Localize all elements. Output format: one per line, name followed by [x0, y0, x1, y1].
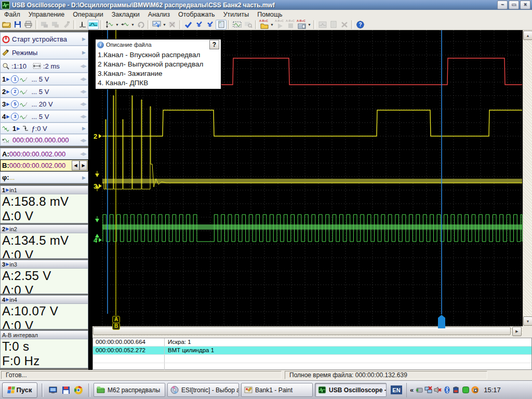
cursor-a-row[interactable]: A: 000:00:00.002.000 ◀▶: [0, 148, 88, 159]
zoom-vertical-icon[interactable]: [104, 20, 115, 30]
channel-steppers-icon[interactable]: ◀▶: [80, 76, 86, 82]
horizontal-scroll-thumb[interactable]: [93, 327, 511, 335]
inspect-region-icon[interactable]: [243, 20, 254, 30]
start-device-button[interactable]: Старт устройства ▶: [0, 32, 88, 46]
apply-check-all-icon[interactable]: [205, 20, 216, 30]
menu-operations[interactable]: Операции: [69, 10, 107, 19]
menu-utilities[interactable]: Утилиты: [219, 10, 254, 19]
time-offset-row[interactable]: 000:00:00.000.000 ◀▶: [0, 134, 88, 146]
print-icon[interactable]: [23, 20, 34, 30]
channel-1-row[interactable]: 1▶ 1 ... 5 V ◀▶: [0, 73, 88, 85]
task-usb-oscilloscope[interactable]: USB Oscilloscope - ...: [315, 383, 387, 397]
save-shortcut-icon[interactable]: [61, 385, 71, 395]
cursor-a-steppers-icon[interactable]: ◀▶: [80, 151, 86, 156]
save-file-icon[interactable]: [12, 20, 23, 30]
result-waveform-icon[interactable]: [317, 20, 328, 30]
safely-remove-icon[interactable]: [415, 386, 423, 394]
task-paint[interactable]: Bank1 - Paint: [241, 383, 313, 397]
taskbar: Пуск М62 распредвалы ESI[tronic] - Выбор…: [0, 380, 532, 399]
task-esitronic[interactable]: ESI[tronic] - Выбор а...: [167, 383, 239, 397]
scope-column: 234 i Описание файла ? 1.Канал - Впускно…: [92, 30, 532, 370]
phase-row[interactable]: φ: ... ▶: [0, 171, 88, 183]
menu-help[interactable]: Помощь: [253, 10, 286, 19]
start-button[interactable]: Пуск: [2, 382, 37, 398]
bookmark-row-selected[interactable]: 000:00:00.052.272 ВМТ цилиндра 1: [93, 347, 531, 355]
bluetooth-icon[interactable]: [443, 386, 451, 394]
help-icon[interactable]: ?: [355, 20, 366, 30]
timebase-steppers-icon[interactable]: ◀▶: [80, 63, 86, 69]
vertical-scrollbar[interactable]: ▲ ▼: [523, 30, 532, 326]
channel-steppers-icon[interactable]: ◀▶: [80, 114, 86, 119]
abc-stop-icon[interactable]: A:B+C: [285, 20, 296, 30]
browser-icon[interactable]: [74, 385, 83, 395]
abc-play-icon[interactable]: A:B+C: [274, 20, 285, 30]
menu-file[interactable]: Файл: [0, 10, 24, 19]
svg-text:2: 2: [94, 132, 97, 140]
offset-steppers-icon[interactable]: ◀▶: [80, 138, 86, 143]
menu-control[interactable]: Управление: [24, 10, 69, 19]
channel-steppers-icon[interactable]: ◀▶: [80, 101, 86, 107]
abc-open-dropdown[interactable]: ▼: [270, 20, 274, 30]
cursor-b-flag[interactable]: B: [112, 323, 120, 330]
open-file-icon[interactable]: [1, 20, 12, 30]
result-delete-icon[interactable]: [339, 20, 350, 30]
waveform-view-icon[interactable]: [88, 20, 99, 30]
notes-list-icon[interactable]: [216, 20, 227, 30]
cursor-b-left-button[interactable]: ◀: [72, 161, 79, 170]
undo-icon[interactable]: [135, 20, 146, 30]
tools-icon[interactable]: [61, 20, 72, 30]
measure-header: 3▶in3: [1, 260, 88, 269]
tray-expand-icon[interactable]: «: [410, 386, 414, 394]
save-fragment-alt-icon[interactable]: [50, 20, 61, 30]
abc-panel-dropdown[interactable]: ▼: [307, 20, 312, 30]
oscilloscope-display[interactable]: 234 i Описание файла ? 1.Канал - Впускно…: [92, 30, 532, 326]
channel-3-row[interactable]: 3▶ 5 ... 20 V ◀▶: [0, 98, 88, 110]
impulse-view-icon[interactable]: [77, 20, 88, 30]
menu-analysis[interactable]: Анализ: [144, 10, 174, 19]
language-indicator[interactable]: EN: [391, 385, 402, 394]
zoom-vertical-dropdown[interactable]: ▼: [115, 20, 119, 30]
channel-steppers-icon[interactable]: ◀▶: [80, 89, 86, 94]
zoom-horizontal-dropdown[interactable]: ▼: [130, 20, 135, 30]
modes-button[interactable]: Режимы ▶: [0, 46, 88, 59]
menu-display[interactable]: Отображать: [174, 10, 219, 19]
window-title: USB Oscilloscope - D:\Осциллограммы\BMW\…: [12, 2, 497, 9]
cursor-b-right-button[interactable]: ▶: [79, 161, 87, 170]
measure-panel-in1: 1▶in1 A:158.8 mV Δ:0 V: [0, 185, 88, 223]
apply-check-icon[interactable]: [183, 20, 194, 30]
result-report-icon[interactable]: [328, 20, 339, 30]
menu-bookmarks[interactable]: Закладки: [108, 10, 144, 19]
network-disconnected-icon[interactable]: [424, 386, 432, 394]
cursor-b-row[interactable]: B: 000:00:00.002.000 ◀ ▶: [0, 159, 88, 171]
restore-button[interactable]: ▭: [509, 1, 519, 9]
task-m62-folder[interactable]: М62 распредвалы: [94, 383, 165, 397]
bookmark-row[interactable]: [93, 355, 531, 363]
description-help-button[interactable]: ?: [209, 40, 219, 49]
trigger-row[interactable]: 1▶ ƒ:0 V ▶: [0, 123, 88, 134]
channel-4-row[interactable]: 4▶ 3 ... 5 V ◀▶: [0, 110, 88, 123]
zoom-timebase-row[interactable]: :1:10 :2 ms ◀▶: [0, 59, 88, 73]
channel-2-row[interactable]: 2▶ 2 ... 5 V ◀▶: [0, 85, 88, 98]
battery-icon[interactable]: [453, 386, 460, 394]
overlay-compare-icon[interactable]: [151, 20, 162, 30]
apply-check-next-icon[interactable]: [194, 20, 205, 30]
close-button[interactable]: ×: [520, 1, 530, 9]
scroll-up-icon[interactable]: ▲: [523, 31, 532, 40]
overlay-compare-dropdown[interactable]: ▼: [162, 20, 167, 30]
abc-open-icon[interactable]: A:B+C: [259, 20, 270, 30]
abc-panel-icon[interactable]: A:B+C: [296, 20, 307, 30]
antivirus-icon[interactable]: [462, 386, 470, 394]
cursor-a-flag[interactable]: A: [112, 316, 120, 323]
show-desktop-icon[interactable]: [49, 385, 58, 395]
alert-blocked-icon[interactable]: [471, 386, 479, 394]
select-region-icon[interactable]: [232, 20, 243, 30]
scroll-down-icon[interactable]: ▼: [523, 316, 532, 326]
minimize-button[interactable]: –: [497, 1, 508, 9]
scroll-right-icon[interactable]: ▶: [512, 327, 522, 336]
zoom-horizontal-icon[interactable]: [119, 20, 130, 30]
overlay-clear-icon[interactable]: [167, 20, 178, 30]
bookmark-row[interactable]: 000:00:00.000.664 Искра: 1: [93, 338, 531, 347]
audio-muted-icon[interactable]: [434, 386, 442, 394]
horizontal-scrollbar[interactable]: ▶: [92, 326, 532, 336]
save-fragment-icon[interactable]: [39, 20, 50, 30]
